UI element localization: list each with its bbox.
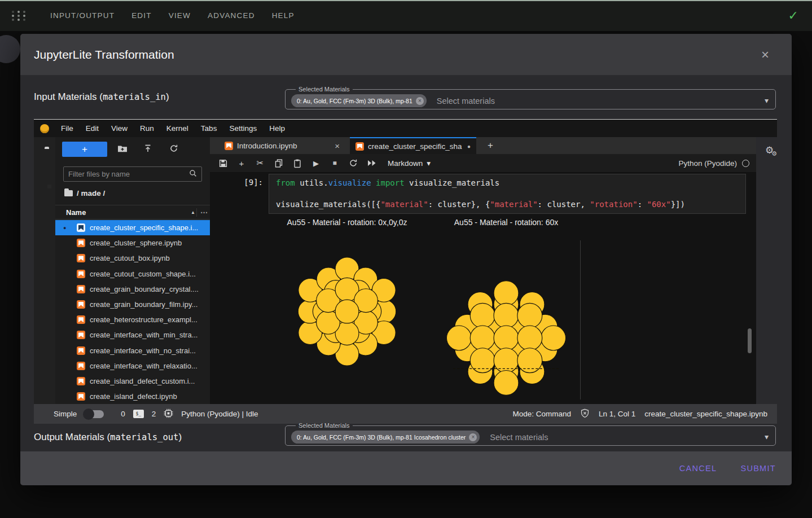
run-cell-icon[interactable]: ▶ [310,157,322,169]
jupyter-menus: FileEditViewRunKernelTabsSettingsHelp [55,121,291,136]
fieldset-legend: Selected Materials [296,86,353,93]
jupyter-menu-tabs[interactable]: Tabs [195,121,223,136]
output-materials-label: Output Materials (materials_out) [34,432,182,443]
save-icon[interactable] [217,157,229,169]
dropdown-caret-icon[interactable]: ▾ [765,432,769,441]
jupyter-menu-edit[interactable]: Edit [80,121,105,136]
cluster-visualization-0[interactable] [282,247,412,376]
file-row[interactable]: create_island_defect.ipynb [55,389,210,404]
cell-type-dropdown[interactable]: Markdown ▾ [388,159,431,168]
input-material-chip[interactable]: 0: Au, Gold, FCC (Fm-3m) 3D (Bulk), mp-8… [291,94,427,107]
file-row[interactable]: create_cluster_sphere.ipynb [55,235,210,251]
tab-introduction[interactable]: Introduction.ipynb × [219,137,345,154]
jupyter-menu-file[interactable]: File [55,121,80,136]
kernel-indicator[interactable]: Python (Pyodide) [678,159,749,168]
code-cell: [9]: from utils.visualize import visuali… [210,174,746,214]
right-gap [756,137,777,404]
notebook-icon [77,331,85,339]
jupyter-menu-run[interactable]: Run [134,121,160,136]
app-menu-view[interactable]: VIEW [160,6,199,25]
sort-ascending-icon[interactable]: ▲ [191,210,195,215]
jupyter-menu-help[interactable]: Help [263,121,291,136]
column-menu-icon[interactable]: ⋯ [196,208,208,217]
file-name: create_interface_with_relaxatio... [90,362,197,370]
tab-create-cluster-specific-shape[interactable]: create_cluster_specific_sha ● [350,137,476,154]
jupyter-menu-settings[interactable]: Settings [223,121,263,136]
dialog-footer: CANCEL SUBMIT [20,451,792,485]
app-menu-input-output[interactable]: INPUT/OUTPUT [42,6,123,25]
jupyter-menu-view[interactable]: View [105,121,134,136]
status-bar: Simple 0 $_ 2 Python (Pyodide) | Idle Mo… [34,404,777,424]
app-menu-help[interactable]: HELP [264,6,303,25]
refresh-icon[interactable] [169,144,178,155]
cursor-position[interactable]: Ln 1, Col 1 [599,410,635,418]
home-folder-icon[interactable] [64,190,73,196]
chip-delete-icon[interactable]: × [469,433,477,441]
notebook-icon [77,270,85,278]
add-cell-icon[interactable]: + [236,157,247,169]
file-row[interactable]: create_heterostructure_exampl... [55,312,210,327]
notebook-content: [9]: from utils.visualize import visuali… [210,173,756,404]
file-row[interactable]: create_grain_boundary_film.ipy... [55,297,210,312]
paste-cells-icon[interactable] [292,157,303,169]
cancel-button[interactable]: CANCEL [671,458,725,479]
new-tab-button[interactable]: + [482,137,499,154]
dropdown-caret-icon[interactable]: ▾ [765,95,769,104]
breadcrumb-path[interactable]: / made / [77,189,105,197]
confirm-check-icon[interactable]: ✓ [788,8,798,23]
notebook-icon [77,362,85,370]
jupyter-menu-kernel[interactable]: Kernel [160,121,195,136]
file-browser: + [55,137,210,404]
restart-run-all-icon[interactable] [366,157,378,169]
submit-button[interactable]: SUBMIT [732,458,784,479]
settings-gears-icon[interactable]: ⚙⚙ [765,144,777,157]
file-row[interactable]: create_interface_with_relaxatio... [55,358,210,374]
select-materials-placeholder: Select materials [437,96,495,106]
kernel-status-icon [742,160,749,167]
app-menu-edit[interactable]: EDIT [123,6,160,25]
copy-cells-icon[interactable] [273,157,284,169]
file-row[interactable]: create_interface_with_no_strai... [55,343,210,358]
stop-kernel-icon[interactable]: ■ [329,157,340,169]
input-materials-select[interactable]: Selected Materials 0: Au, Gold, FCC (Fm-… [285,86,776,109]
output-materials-select[interactable]: Selected Materials 0: Au, Gold, FCC (Fm-… [285,422,776,446]
new-folder-icon[interactable] [117,144,128,155]
notebook-icon [77,377,85,385]
cluster-visualization-60x[interactable] [441,273,571,403]
jupyter-menu-bar: FileEditViewRunKernelTabsSettingsHelp [34,120,777,137]
terminal-icon[interactable]: $_ [133,410,144,418]
file-row[interactable]: create_cutout_box.ipynb [55,251,210,266]
input-materials-label: Input Materials (materials_in) [34,91,169,103]
cpu-chip-icon[interactable] [164,409,173,420]
chip-delete-icon[interactable]: × [416,97,424,105]
app-menu-advanced[interactable]: ADVANCED [199,6,264,25]
file-row[interactable]: create_interface_with_min_stra... [55,327,210,343]
close-icon[interactable]: × [761,48,769,62]
app-logo-icon[interactable] [11,8,26,23]
output-material-chip[interactable]: 0: Au, Gold, FCC (Fm-3m) 3D (Bulk), mp-8… [291,431,480,444]
new-launcher-button[interactable]: + [62,142,107,157]
filter-files-input[interactable] [64,170,189,178]
file-row[interactable]: create_island_defect_custom.i... [55,374,210,389]
command-mode-indicator[interactable]: Mode: Command [513,410,572,418]
file-row[interactable]: create_grain_boundary_crystal.... [55,282,210,297]
tab-bar: Introduction.ipynb × create_cluster_spec… [210,137,756,154]
name-column-header[interactable]: Name [66,208,86,217]
unsaved-dot-icon: ● [467,143,471,150]
file-row[interactable]: create_cutout_custom_shape.i... [55,266,210,282]
terminal-count[interactable]: 2 [152,410,156,418]
file-row[interactable]: ●create_cluster_specific_shape.i... [55,220,210,235]
cut-cells-icon[interactable]: ✂ [254,157,266,169]
file-browser-toolbar: + [55,142,210,157]
file-name: create_interface_with_no_strai... [90,346,196,355]
filter-files-field [63,166,202,182]
restart-kernel-icon[interactable] [348,157,359,169]
tab-close-icon[interactable]: × [335,141,340,151]
kernel-count[interactable]: 0 [121,410,125,418]
simple-mode-toggle[interactable] [85,410,104,418]
upload-icon[interactable] [143,144,152,155]
code-cell-editor[interactable]: from utils.visualize import visualize_ma… [269,174,746,214]
scrollbar-thumb[interactable] [748,328,752,353]
trust-shield-icon[interactable] [580,409,590,420]
kernel-status-text[interactable]: Python (Pyodide) | Idle [181,410,258,418]
